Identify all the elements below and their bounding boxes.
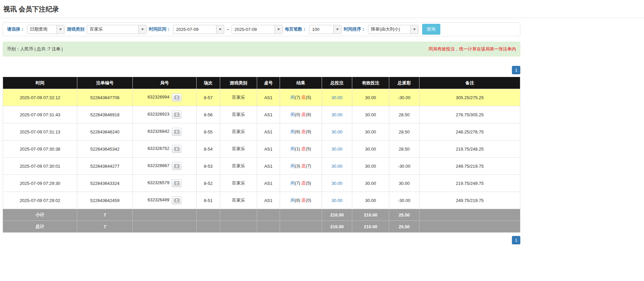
cell-payout: -30.00 [389, 158, 419, 175]
cell-game-type: 百家乐 [220, 192, 257, 209]
date-from-input[interactable] [173, 25, 216, 34]
result-banker-label: 庄 [301, 129, 306, 134]
cell-round-id: 632326499 [133, 192, 197, 209]
video-replay-button[interactable] [172, 111, 182, 119]
cell-game-type: 百家乐 [220, 175, 257, 192]
video-replay-icon [174, 147, 179, 151]
result-player-label: 闲 [290, 129, 295, 134]
page-size-combo [309, 25, 341, 34]
video-replay-icon [174, 181, 179, 185]
cell-valid-bet: 30.00 [352, 158, 389, 175]
date-to-combo [232, 25, 283, 34]
total-bet-link[interactable]: 30.00 [331, 147, 343, 152]
total-bet-link[interactable]: 30.00 [331, 198, 343, 203]
page-size-input[interactable] [310, 25, 333, 34]
cell-time: 2025-07-09 07:30:01 [3, 158, 77, 175]
cell-remark: 219.75/248.25 [419, 140, 520, 158]
cell-order-id: 522643645342 [77, 140, 133, 158]
filter-panel: 请选择： 游戏类别 时间区间： ~ 每页笔数： [3, 22, 520, 36]
video-replay-icon [174, 95, 179, 99]
column-header: 总派彩 [389, 77, 419, 89]
video-replay-button[interactable] [172, 145, 182, 153]
table-row: 2025-07-09 07:29:30522643643324632326579… [3, 175, 520, 192]
date-to-input[interactable] [232, 25, 275, 34]
video-replay-button[interactable] [172, 162, 182, 170]
total-bet-link[interactable]: 30.00 [331, 112, 343, 117]
table-row: 2025-07-09 07:30:38522643645342632326752… [3, 140, 520, 158]
video-replay-button[interactable] [172, 179, 182, 187]
foot-empty-cell [280, 221, 322, 233]
cell-payout: -30.00 [389, 192, 419, 209]
video-replay-button[interactable] [172, 128, 182, 136]
foot-empty-cell [280, 209, 322, 221]
video-replay-icon [174, 164, 179, 168]
cell-total-bet: 30.00 [322, 192, 352, 209]
cell-remark: 219.75/249.75 [419, 175, 520, 192]
page-size-label: 每页笔数： [285, 26, 307, 32]
page-header: 视讯 会员下注纪录 [0, 0, 644, 18]
table-row: 2025-07-09 07:31:13522643646240632326842… [3, 123, 520, 140]
table-row: 2025-07-09 07:32:12522643647706632326994… [3, 89, 520, 106]
cell-order-id: 522643646918 [77, 106, 133, 123]
foot-count: 7 [77, 209, 133, 221]
result-player-score: (8) [295, 198, 300, 203]
game-type-label: 游戏类别 [67, 26, 84, 32]
page-size-dropdown-button[interactable] [333, 25, 341, 34]
cell-order-id: 522643643324 [77, 175, 133, 192]
query-mode-input[interactable] [27, 25, 56, 34]
column-header: 游戏类别 [220, 77, 257, 89]
table-row: 2025-07-09 07:30:01522643644277632326667… [3, 158, 520, 175]
date-to-dropdown-button[interactable] [275, 25, 282, 34]
game-type-input[interactable] [87, 25, 138, 34]
page-button-1[interactable]: 1 [512, 66, 520, 74]
time-range-label: 时间区间： [149, 26, 171, 32]
foot-count: 7 [77, 221, 133, 233]
result-player-score: (7) [295, 180, 300, 186]
cell-round-id: 632326842 [133, 123, 197, 140]
cell-session: 8-55 [197, 123, 220, 140]
video-replay-button[interactable] [172, 196, 182, 204]
bets-table: 时间注单编号局号场次游戏类别桌号结果总投注有效投注总派彩备注 2025-07-0… [3, 77, 520, 233]
total-bet-link[interactable]: 30.00 [331, 95, 343, 100]
date-from-dropdown-button[interactable] [216, 25, 224, 34]
sort-label: 时间排序： [344, 26, 366, 32]
column-header: 注单编号 [77, 77, 133, 89]
cell-time: 2025-07-09 07:32:12 [3, 89, 77, 106]
cell-order-id: 522643646240 [77, 123, 133, 140]
select-label: 请选择： [7, 26, 25, 32]
total-bet-link[interactable]: 30.00 [331, 129, 343, 134]
result-player-label: 闲 [290, 95, 295, 100]
result-banker-score: (8) [306, 112, 311, 117]
total-bet-link[interactable]: 30.00 [331, 181, 343, 186]
total-bet-link[interactable]: 30.00 [331, 164, 343, 169]
cell-table-id: AS1 [257, 140, 280, 158]
date-from-combo [173, 25, 224, 34]
sort-dropdown-button[interactable] [410, 25, 418, 34]
foot-valid-bet: 210.00 [352, 209, 389, 221]
cell-valid-bet: 30.00 [352, 106, 389, 123]
sort-input[interactable] [368, 25, 410, 34]
cell-game-type: 百家乐 [220, 106, 257, 123]
result-banker-label: 庄 [301, 95, 306, 100]
cell-table-id: AS1 [257, 192, 280, 209]
page-button-1[interactable]: 1 [512, 236, 520, 244]
cell-session: 8-57 [197, 89, 220, 106]
search-button[interactable]: 查询 [422, 24, 440, 35]
result-banker-label: 庄 [301, 163, 306, 168]
foot-label: 总计 [3, 221, 77, 233]
query-mode-dropdown-button[interactable] [56, 25, 64, 34]
cell-total-bet: 30.00 [322, 106, 352, 123]
video-replay-button[interactable] [172, 93, 182, 102]
cell-result: 闲(7) 庄(5) [280, 175, 322, 192]
round-id-text: 632326752 [148, 146, 169, 151]
table-body: 2025-07-09 07:32:12522643647706632326994… [3, 89, 520, 233]
cell-time: 2025-07-09 07:31:43 [3, 106, 77, 123]
chevron-down-icon [141, 29, 144, 30]
game-type-dropdown-button[interactable] [138, 25, 146, 34]
page: 视讯 会员下注纪录 请选择： 游戏类别 时间区间： ~ [0, 0, 644, 281]
content: 请选择： 游戏类别 时间区间： ~ 每页笔数： [0, 22, 520, 244]
cell-round-id: 632326667 [133, 158, 197, 175]
page-title: 视讯 会员下注纪录 [3, 5, 641, 14]
cell-game-type: 百家乐 [220, 123, 257, 140]
cell-order-id: 522643647706 [77, 89, 133, 106]
